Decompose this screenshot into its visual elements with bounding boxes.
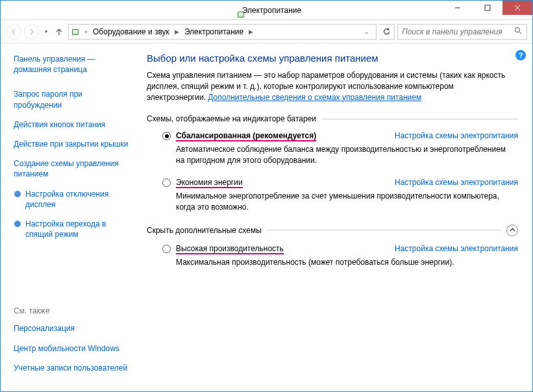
configure-plan-link[interactable]: Настройка схемы электропитания [395, 131, 518, 140]
svg-point-4 [515, 27, 520, 32]
plan-description: Автоматическое соблюдение баланса между … [176, 144, 518, 166]
history-dropdown-icon[interactable]: ▾ [42, 29, 50, 34]
divider [321, 119, 518, 119]
plan-name-label[interactable]: Высокая производительность [176, 244, 284, 254]
plan-power-saver: Экономия энергии Настройка схемы электро… [162, 178, 518, 213]
app-icon [237, 9, 247, 19]
breadcrumb-dropdown-icon[interactable]: ⌄ [360, 29, 373, 35]
breadcrumb-item[interactable]: Оборудование и звук [90, 27, 172, 36]
additional-plans-fieldset: Скрыть дополнительные схемы Высокая прои… [147, 225, 518, 268]
fieldset-legend: Скрыть дополнительные схемы [147, 226, 262, 235]
content-area: ? Выбор или настройка схемы управления п… [140, 43, 532, 391]
maximize-button[interactable] [473, 1, 502, 15]
plan-high-performance: Высокая производительность Настройка схе… [162, 244, 518, 268]
breadcrumb-icon [71, 27, 82, 37]
shield-icon [14, 220, 21, 228]
sidebar-link-sleep[interactable]: Настройка перехода в спящий режим [14, 219, 132, 239]
minimize-button[interactable] [443, 1, 473, 15]
breadcrumb-sep-icon: « [84, 29, 88, 35]
plan-name-label[interactable]: Сбалансированная (рекомендуется) [176, 131, 316, 141]
help-icon[interactable]: ? [515, 50, 526, 60]
plan-balanced: Сбалансированная (рекомендуется) Настрой… [162, 131, 518, 166]
radio-high-performance[interactable] [162, 245, 171, 253]
search-icon[interactable] [514, 27, 523, 37]
plan-description: Минимальное энергопотребление за счет ум… [176, 191, 518, 213]
fieldset-legend: Схемы, отображаемые на индикаторе батаре… [147, 114, 316, 123]
see-also-user-accounts[interactable]: Учетные записи пользователей [14, 363, 132, 373]
window-title: Электропитание [242, 6, 301, 15]
sidebar-link-create-plan[interactable]: Создание схемы управления питанием [14, 158, 132, 179]
see-also-mobility-center[interactable]: Центр мобильности Windows [14, 343, 132, 354]
see-also-section: См. также Персонализация Центр мобильнос… [14, 306, 132, 382]
configure-plan-link[interactable]: Настройка схемы электропитания [395, 178, 518, 187]
svg-point-6 [14, 191, 21, 197]
radio-power-saver[interactable] [162, 178, 171, 187]
svg-point-7 [14, 221, 21, 227]
collapse-button[interactable] [506, 225, 518, 236]
close-button[interactable] [502, 1, 532, 15]
svg-rect-1 [485, 5, 490, 10]
breadcrumb[interactable]: « Оборудование и звук ▶ Электропитание ▶… [68, 24, 377, 40]
breadcrumb-item[interactable]: Электропитание [182, 27, 246, 36]
page-description: Схема управления питанием — это набор па… [147, 70, 518, 103]
control-panel-home-link[interactable]: Панель управления — домашняя страница [14, 54, 132, 75]
refresh-button[interactable] [379, 24, 395, 40]
sidebar-link-lid-close[interactable]: Действие при закрытии крышки [14, 139, 132, 149]
up-button[interactable] [53, 25, 66, 38]
sidebar-link-wake-password[interactable]: Запрос пароля при пробуждении [14, 89, 132, 110]
search-box[interactable] [397, 24, 527, 40]
search-input[interactable] [402, 27, 514, 36]
plan-name-label[interactable]: Экономия энергии [176, 178, 243, 188]
forward-button[interactable] [24, 24, 40, 40]
divider [267, 230, 501, 230]
see-also-personalization[interactable]: Персонализация [14, 323, 132, 334]
sidebar-item-label: Настройка отключения дисплея [25, 189, 132, 210]
page-title: Выбор или настройка схемы управления пит… [147, 53, 518, 64]
plan-description: Максимальная производительность (может п… [176, 257, 518, 268]
navbar: ▾ « Оборудование и звук ▶ Электропитание… [1, 20, 532, 43]
battery-plans-fieldset: Схемы, отображаемые на индикаторе батаре… [147, 114, 518, 212]
see-also-title: См. также [14, 306, 132, 315]
radio-balanced[interactable] [162, 132, 171, 140]
sidebar-link-display-off[interactable]: Настройка отключения дисплея [14, 189, 132, 210]
more-info-link[interactable]: Дополнительные сведения о схемах управле… [208, 93, 421, 102]
sidebar: Панель управления — домашняя страница За… [1, 43, 140, 391]
window-controls [443, 1, 532, 15]
back-button[interactable] [6, 24, 21, 40]
sidebar-item-label: Настройка перехода в спящий режим [25, 219, 132, 239]
shield-icon [14, 190, 21, 198]
chevron-right-icon: ▶ [249, 29, 253, 35]
svg-line-5 [519, 32, 521, 34]
configure-plan-link[interactable]: Настройка схемы электропитания [395, 244, 518, 253]
chevron-right-icon: ▶ [175, 29, 179, 35]
sidebar-link-power-buttons[interactable]: Действия кнопок питания [14, 119, 132, 130]
titlebar: Электропитание [1, 1, 532, 20]
